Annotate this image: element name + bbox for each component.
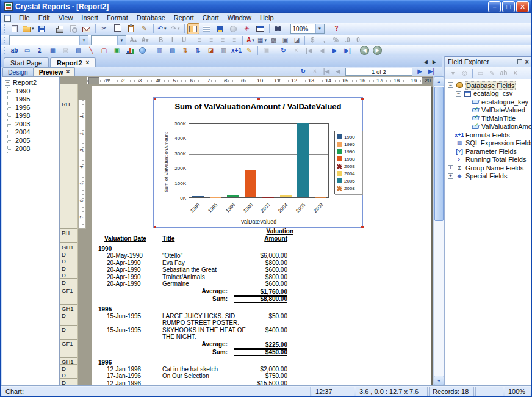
field-tree-item-formula-fields[interactable]: x+1Formula Fields (445, 131, 531, 139)
zoom-level-combobox[interactable]: 100%▾ (290, 24, 325, 34)
format-painter-button[interactable]: ✎ (138, 23, 151, 34)
chart-legend[interactable]: 19901995199619982003200420052008 (334, 131, 362, 194)
paste-button[interactable] (125, 23, 137, 34)
field-tree-item-database-fields[interactable]: −Database Fields (445, 81, 531, 90)
group-tree-item-1990[interactable]: 1990 (8, 87, 59, 95)
menu-window[interactable]: Window (223, 13, 256, 23)
insert-map-button[interactable] (137, 46, 148, 56)
field-tree-item-ecatalogue-key[interactable]: ecatalogue_key (445, 98, 531, 106)
cut-button[interactable]: ✂ (98, 23, 110, 34)
insert-to-report-button[interactable]: ▭ (475, 68, 486, 78)
percent-format-button[interactable]: % (331, 36, 341, 45)
scroll-up-icon[interactable]: ▲ (434, 76, 444, 86)
group-tree-item-2004[interactable]: 2004 (8, 128, 59, 137)
next-page-button[interactable]: ▶ (329, 46, 340, 56)
expand-icon[interactable]: + (448, 173, 453, 179)
collapse-icon[interactable]: − (456, 91, 461, 97)
context-help-button[interactable]: ? (331, 23, 343, 34)
toggle-hyperlink-mode-button[interactable] (228, 23, 240, 34)
chevron-down-icon[interactable]: ▾ (315, 24, 324, 33)
group-tree-item-2005[interactable]: 2005 (8, 136, 59, 145)
currency-format-button[interactable]: $ (307, 36, 318, 45)
insert-ole-object-button[interactable]: ▨ (60, 46, 71, 56)
stop-processing-button[interactable]: × (290, 46, 302, 56)
menu-report[interactable]: Report (170, 13, 198, 23)
chevron-down-icon[interactable]: ▾ (178, 26, 180, 31)
formula-workshop-button[interactable]: x+1 (231, 46, 242, 56)
section-expert-button[interactable]: ▥ (218, 46, 229, 56)
find-in-field-button[interactable]: ◎ (459, 68, 470, 78)
field-tree-item-parameter-fields[interactable]: [?]Parameter Fields (445, 147, 531, 156)
insert-chart-button[interactable] (124, 46, 135, 56)
edit-field-button[interactable]: ✎ (487, 68, 497, 78)
collapse-icon[interactable]: − (448, 82, 453, 88)
lock-size-position-button[interactable]: ◪ (292, 36, 302, 45)
delete-field-button[interactable]: × (510, 68, 520, 78)
chevron-down-icon[interactable]: ▾ (252, 38, 254, 43)
toggle-group-tree-button[interactable] (187, 23, 200, 34)
undo-button[interactable]: ↶▾ (156, 23, 168, 34)
tab-scroll-left-icon[interactable]: ◀ (422, 59, 430, 65)
chevron-down-icon[interactable]: ▾ (264, 38, 267, 43)
back-button[interactable]: ◀ (359, 46, 370, 56)
group-tree-item-2003[interactable]: 2003 (8, 120, 59, 128)
chevron-down-icon[interactable]: ▾ (32, 26, 34, 31)
insert-text-object-button[interactable]: ab (9, 46, 20, 56)
refresh-preview-button[interactable]: ↻ (298, 67, 308, 76)
menu-edit[interactable]: Edit (34, 13, 54, 23)
next-page-nav-button[interactable]: ▶ (415, 67, 425, 76)
pin-icon[interactable] (517, 59, 522, 64)
menu-insert[interactable]: Insert (77, 13, 102, 23)
menu-help[interactable]: Help (256, 13, 278, 23)
field-tree-item-titmaintitle[interactable]: ✓TitMainTitle (445, 114, 531, 123)
toolbar-grip[interactable] (4, 37, 5, 43)
tab-design[interactable]: Design (2, 67, 34, 76)
toggle-field-view-button[interactable] (201, 23, 213, 34)
add-decimal-button[interactable]: .0 (342, 36, 353, 45)
chevron-down-icon[interactable]: ▾ (164, 26, 167, 31)
minimize-button[interactable]: – (488, 1, 501, 12)
insert-group-button[interactable]: ▭ (21, 46, 33, 56)
align-center-button[interactable]: ≡ (206, 36, 217, 45)
group-sort-expert-button[interactable]: ⇅ (179, 46, 191, 56)
menu-format[interactable]: Format (102, 13, 132, 23)
last-page-nav-button[interactable]: ▶| (426, 67, 436, 76)
first-page-button[interactable]: |◀ (303, 46, 315, 56)
last-page-button[interactable]: ▶| (342, 46, 353, 56)
save-data-with-report-button[interactable] (214, 23, 226, 34)
export-button[interactable] (81, 23, 93, 34)
menu-file[interactable]: File (15, 13, 34, 23)
field-tree-item-running-total-fields[interactable]: ΣRunning Total Fields (445, 156, 531, 164)
expand-icon[interactable]: + (448, 165, 453, 170)
scroll-down-icon[interactable]: ▼ (434, 376, 444, 385)
align-justify-button[interactable]: ≡ (229, 36, 240, 45)
align-left-button[interactable]: ≡ (195, 36, 205, 45)
field-tree-item-group-name-fields[interactable]: +ΣGroup Name Fields (445, 164, 531, 172)
scrollbar-thumb[interactable] (434, 87, 444, 221)
field-tree-item-valvaluationamount[interactable]: ✓ValValuationAmount (445, 123, 531, 131)
field-tree-item-valdatevalued[interactable]: ✓ValDateValued (445, 106, 531, 115)
lock-format-button[interactable]: ▣ (280, 36, 290, 45)
report-window-icon[interactable] (4, 15, 11, 22)
tab-scroll-right-icon[interactable]: ▶ (431, 59, 438, 65)
tab-preview[interactable]: Preview × (34, 67, 76, 76)
align-right-button[interactable]: ≡ (218, 36, 228, 45)
report-wizards-button[interactable]: ✳ (241, 23, 253, 34)
tab-start-page[interactable]: Start Page (4, 57, 49, 67)
stop-loading-button[interactable]: × (310, 67, 320, 76)
field-tree-item-sql-expression-fields[interactable]: ▦SQL Expression Fields (445, 139, 531, 148)
insert-line-button[interactable]: ╲ (85, 46, 97, 56)
italic-button[interactable]: I (167, 36, 178, 45)
remove-decimal-button[interactable]: 0. (354, 36, 364, 45)
repository-explorer-button[interactable] (254, 23, 267, 34)
find-button[interactable] (272, 23, 284, 34)
chevron-down-icon[interactable]: ▾ (79, 36, 88, 45)
maximize-button[interactable]: □ (502, 1, 515, 12)
group-tree-item-2008[interactable]: 2008 (8, 145, 59, 153)
select-expert-button[interactable]: ◪ (205, 46, 217, 56)
preview-close-icon[interactable]: × (66, 69, 70, 75)
record-sort-expert-button[interactable]: ⇅ (192, 46, 204, 56)
menu-database[interactable]: Database (132, 13, 170, 23)
group-expert-button[interactable]: ▤ (167, 46, 178, 56)
save-report-button[interactable] (36, 23, 48, 34)
